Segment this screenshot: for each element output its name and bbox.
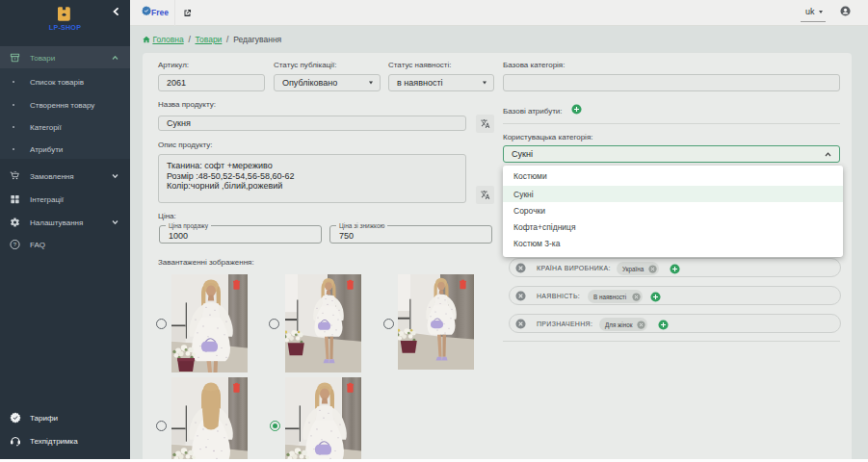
svg-text:?: ? (13, 242, 17, 247)
